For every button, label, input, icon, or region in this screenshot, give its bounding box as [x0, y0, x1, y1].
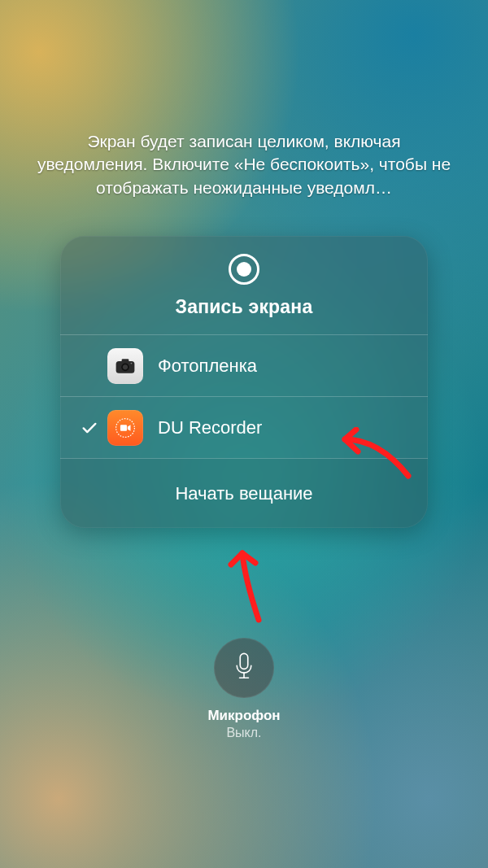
microphone-state: Выкл.: [226, 726, 261, 740]
option-label: Фотопленка: [158, 355, 257, 377]
checkmark-icon: [72, 419, 107, 437]
option-camera-roll[interactable]: Фотопленка: [60, 334, 428, 396]
start-broadcast-button[interactable]: Начать вещание: [60, 458, 428, 528]
svg-point-4: [131, 362, 133, 364]
svg-rect-7: [240, 653, 248, 669]
microphone-title: Микрофон: [207, 708, 280, 724]
svg-point-3: [123, 364, 128, 369]
option-du-recorder[interactable]: DU Recorder: [60, 396, 428, 458]
microphone-toggle[interactable]: [214, 638, 274, 698]
camera-roll-icon: [107, 348, 143, 384]
microphone-control: Микрофон Выкл.: [0, 638, 488, 740]
du-recorder-icon: [107, 410, 143, 446]
action-label: Начать вещание: [175, 483, 312, 504]
record-icon: [229, 254, 259, 285]
svg-rect-6: [120, 425, 127, 430]
screen-recording-panel: Запись экрана Фотопленка DU Recorder: [60, 236, 428, 528]
annotation-arrow-icon: [210, 539, 275, 628]
svg-rect-1: [122, 359, 129, 362]
microphone-icon: [232, 652, 256, 683]
recording-hint: Экран будет записан целиком, включая уве…: [0, 130, 488, 199]
panel-title: Запись экрана: [176, 296, 313, 318]
option-label: DU Recorder: [158, 417, 262, 438]
panel-header: Запись экрана: [60, 236, 428, 334]
